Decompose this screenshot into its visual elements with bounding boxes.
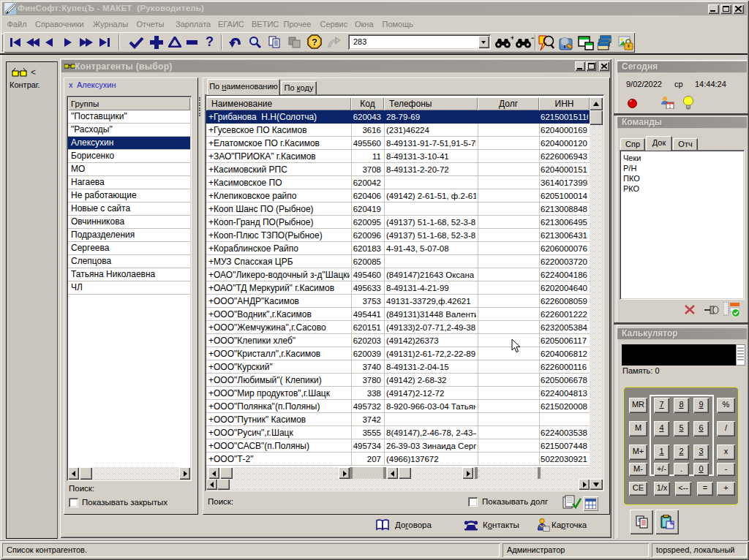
svg-text:−: −: [531, 35, 534, 42]
svg-text:1: 1: [669, 104, 671, 109]
svg-text:+: +: [511, 35, 513, 42]
svg-text:?: ?: [312, 37, 317, 48]
